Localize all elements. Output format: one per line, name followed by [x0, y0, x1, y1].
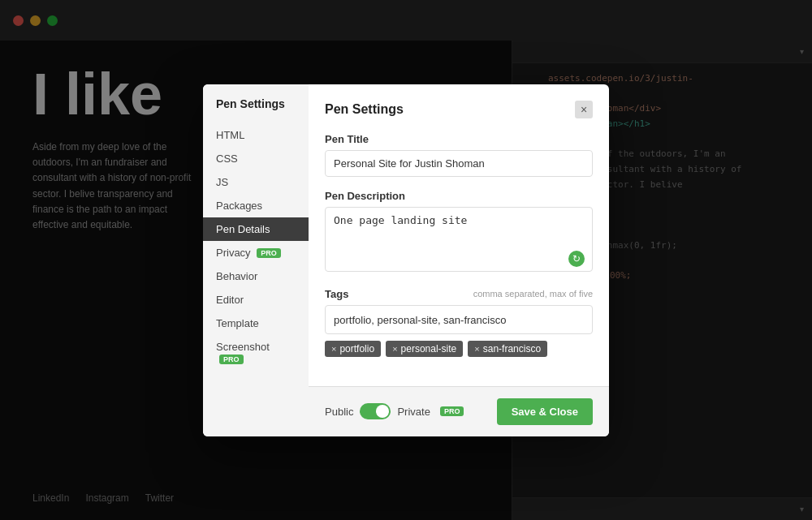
sidebar-item-behavior[interactable]: Behavior	[203, 264, 309, 288]
sidebar-item-js[interactable]: JS	[203, 170, 309, 194]
refresh-icon[interactable]: ↻	[568, 251, 585, 267]
pro-badge-privacy: PRO	[257, 248, 281, 258]
privacy-toggle-group: Public Private PRO	[325, 403, 464, 419]
pen-title-input[interactable]	[325, 150, 593, 177]
tag-label-portfolio: portfolio	[339, 343, 374, 355]
pen-description-group: Pen Description One page landing site ↻	[325, 190, 593, 275]
sidebar-item-pen-details[interactable]: Pen Details	[203, 217, 309, 241]
pro-badge-private: PRO	[440, 406, 464, 416]
privacy-toggle-switch[interactable]	[360, 403, 391, 419]
tags-input[interactable]	[334, 314, 584, 326]
tag-label-personal-site: personal-site	[401, 343, 457, 355]
tags-list: × portfolio × personal-site × san-franci…	[325, 341, 593, 357]
modal-main: Pen Settings × Pen Title Pen Description…	[309, 84, 609, 436]
modal-wrapper: Pen Settings HTML CSS JS Packages Pen De…	[203, 84, 609, 436]
sidebar-item-privacy[interactable]: Privacy PRO	[203, 241, 309, 264]
modal-overlay: Pen Settings HTML CSS JS Packages Pen De…	[0, 0, 812, 520]
sidebar-item-screenshot[interactable]: Screenshot PRO	[203, 335, 309, 371]
tag-remove-san-francisco[interactable]: ×	[474, 344, 479, 354]
modal-close-button[interactable]: ×	[575, 101, 593, 118]
public-label: Public	[325, 406, 353, 418]
sidebar-item-css[interactable]: CSS	[203, 147, 309, 170]
modal-header: Pen Settings ×	[325, 101, 593, 118]
pen-title-label: Pen Title	[325, 133, 593, 145]
tags-input-wrapper	[325, 305, 593, 334]
tag-remove-personal-site[interactable]: ×	[392, 344, 397, 354]
sidebar-item-packages[interactable]: Packages	[203, 194, 309, 217]
private-label: Private	[397, 406, 430, 418]
sidebar-item-editor[interactable]: Editor	[203, 288, 309, 312]
pen-description-wrapper: One page landing site ↻	[325, 207, 593, 275]
sidebar-item-template[interactable]: Template	[203, 312, 309, 335]
modal-footer: Public Private PRO Save & Close	[309, 386, 609, 436]
tag-san-francisco: × san-francisco	[468, 341, 547, 357]
modal-content: Pen Settings × Pen Title Pen Description…	[309, 84, 609, 386]
pro-badge-screenshot: PRO	[219, 355, 244, 364]
pen-title-group: Pen Title	[325, 133, 593, 177]
tag-portfolio: × portfolio	[325, 341, 381, 357]
save-close-button[interactable]: Save & Close	[497, 398, 593, 425]
tag-label-san-francisco: san-francisco	[483, 343, 541, 355]
pen-settings-modal: Pen Settings HTML CSS JS Packages Pen De…	[203, 84, 609, 436]
modal-sidebar: Pen Settings HTML CSS JS Packages Pen De…	[203, 84, 309, 436]
tags-header: Tags comma separated, max of five	[325, 288, 593, 300]
sidebar-item-html[interactable]: HTML	[203, 123, 309, 147]
tags-group: Tags comma separated, max of five × port…	[325, 288, 593, 357]
tag-remove-portfolio[interactable]: ×	[331, 344, 336, 354]
toggle-knob	[376, 405, 389, 418]
modal-title: Pen Settings	[325, 102, 404, 117]
pen-description-label: Pen Description	[325, 190, 593, 202]
pen-description-input[interactable]: One page landing site	[325, 207, 593, 272]
tag-personal-site: × personal-site	[386, 341, 463, 357]
modal-sidebar-title: Pen Settings	[203, 97, 309, 123]
tags-label: Tags	[325, 288, 348, 300]
tags-hint: comma separated, max of five	[473, 289, 593, 299]
